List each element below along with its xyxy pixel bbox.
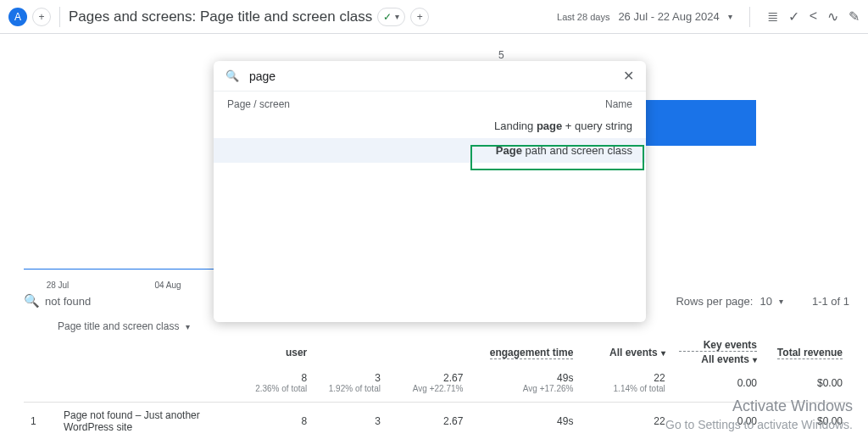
x-tick: 28 Jul (41, 281, 75, 290)
col-revenue: Total revenue (777, 347, 843, 359)
status-pill[interactable]: ✓ ▾ (377, 8, 405, 26)
col-engagement: engagement time (490, 347, 574, 359)
date-range[interactable]: 26 Jul - 22 Aug 2024 (618, 10, 719, 23)
page-title: Pages and screens: Page title and screen… (69, 8, 372, 25)
windows-watermark: Activate Windows Go to Settings to activ… (665, 397, 853, 432)
modal-col-left: Page / screen (227, 98, 290, 110)
trend-icon[interactable]: ∿ (827, 8, 838, 25)
close-icon[interactable]: ✕ (623, 68, 634, 84)
add-comparison-button[interactable]: + (410, 8, 429, 26)
dimension-search-modal: 🔍 ✕ Page / screen Name Landing page + qu… (214, 61, 646, 322)
search-text[interactable]: not found (45, 295, 91, 308)
modal-col-right: Name (605, 98, 632, 110)
chevron-down-icon[interactable]: ▾ (661, 348, 665, 358)
table-header-row: user engagement time All events▾ Key eve… (24, 336, 849, 369)
separator (749, 7, 750, 27)
add-segment-button[interactable]: + (32, 8, 51, 26)
rows-per-page-value[interactable]: 10 (760, 295, 771, 308)
search-icon: 🔍 (225, 69, 239, 82)
row-title: Page not found – Just another WordPress … (57, 403, 241, 437)
share-icon[interactable]: < (810, 8, 817, 25)
date-label: Last 28 days (557, 12, 609, 22)
account-badge[interactable]: A (8, 8, 27, 26)
insights-icon[interactable]: ✓ (788, 8, 799, 25)
rows-per-page-label: Rows per page: (676, 295, 753, 308)
modal-option[interactable]: Page path and screen class (214, 138, 646, 163)
keyevents-filter[interactable]: All events (701, 353, 749, 365)
separator (59, 7, 60, 27)
row-index: 1 (24, 403, 57, 437)
edit-icon[interactable]: ✎ (849, 8, 860, 25)
chevron-down-icon[interactable]: ▾ (186, 322, 190, 331)
app-header: A + Pages and screens: Page title and sc… (0, 0, 868, 34)
modal-option[interactable]: Landing page + query string (214, 114, 646, 138)
x-tick: 04 Aug (151, 281, 185, 290)
chevron-down-icon[interactable]: ▾ (753, 355, 757, 364)
chevron-down-icon[interactable]: ▾ (728, 12, 732, 21)
search-icon[interactable]: 🔍 (24, 293, 40, 308)
modal-search-input[interactable] (248, 69, 615, 84)
customize-icon[interactable]: ≣ (767, 8, 778, 25)
chevron-down-icon: ▾ (395, 12, 399, 21)
col-event-filter[interactable]: All events (609, 347, 658, 358)
line-chart: 28 Jul 04 Aug (24, 49, 219, 270)
dimension-selector[interactable]: Page title and screen class (58, 320, 179, 332)
chevron-down-icon[interactable]: ▾ (779, 297, 783, 306)
col-user: user (286, 347, 307, 358)
pagination-text: 1-1 of 1 (812, 295, 849, 308)
check-icon: ✓ (383, 11, 392, 23)
chart-axis-value: 5 (498, 49, 504, 61)
col-keyevents: Key events (679, 339, 757, 352)
